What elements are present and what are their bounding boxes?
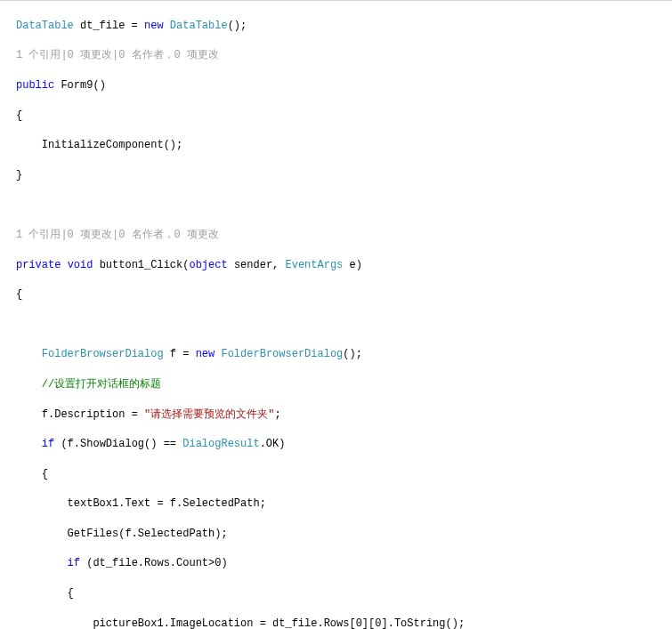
type-token: DataTable — [170, 20, 228, 32]
code-editor[interactable]: DataTable dt_file = new DataTable(); 1 个… — [0, 2, 672, 629]
brace: { — [42, 468, 48, 480]
code-line[interactable]: textBox1.Text = f.SelectedPath; — [16, 496, 672, 512]
type-token: FolderBrowserDialog — [42, 348, 164, 360]
keyword-object: object — [189, 259, 227, 271]
punct: (); — [228, 20, 247, 32]
brace: { — [16, 109, 22, 122]
string-literal: "请选择需要预览的文件夹" — [144, 408, 274, 421]
stmt: InitializeComponent(); — [42, 139, 182, 151]
ident-token: dt_file = — [74, 20, 144, 32]
param: sender, — [228, 259, 286, 271]
stmt: pictureBox1.ImageLocation = dt_file.Rows… — [93, 617, 465, 629]
type-token: FolderBrowserDialog — [221, 348, 343, 360]
code-line[interactable]: private void button1_Click(object sender… — [16, 258, 672, 273]
expr: .OK) — [260, 438, 286, 450]
code-line[interactable]: FolderBrowserDialog f = new FolderBrowse… — [16, 347, 672, 362]
brace: } — [16, 169, 22, 181]
param: e) — [343, 259, 362, 271]
type-token: DataTable — [16, 20, 74, 32]
keyword-new: new — [144, 20, 164, 32]
keyword-public: public — [16, 79, 54, 92]
code-line[interactable]: { — [16, 467, 672, 482]
expr: (f.ShowDialog() == — [54, 438, 182, 450]
type-token: DialogResult — [182, 438, 259, 450]
code-line[interactable]: GetFiles(f.SelectedPath); — [16, 527, 672, 542]
codelens-line[interactable]: 1 个引用|0 项更改|0 名作者，0 项更改 — [16, 228, 672, 243]
code-line[interactable]: DataTable dt_file = new DataTable(); — [16, 19, 672, 34]
keyword-private: private — [16, 259, 61, 271]
code-line[interactable]: f.Description = "请选择需要预览的文件夹"; — [16, 407, 672, 423]
code-line[interactable]: { — [16, 586, 672, 601]
keyword-if: if — [68, 557, 80, 569]
codelens-text: 1 个引用|0 项更改|0 名作者，0 项更改 — [16, 229, 219, 241]
code-line[interactable]: pictureBox1.ImageLocation = dt_file.Rows… — [16, 617, 672, 629]
ident-token: f = — [164, 348, 196, 360]
method-name: Form9() — [54, 79, 106, 92]
keyword-new: new — [196, 348, 215, 360]
brace: { — [16, 288, 22, 301]
stmt: textBox1.Text = f.SelectedPath; — [68, 497, 266, 510]
punct: ; — [274, 408, 280, 421]
codelens-text: 1 个引用|0 项更改|0 名作者，0 项更改 — [16, 49, 219, 61]
stmt: GetFiles(f.SelectedPath); — [68, 528, 228, 540]
code-line[interactable]: { — [16, 109, 672, 124]
punct: (); — [343, 348, 362, 360]
ident-token: f.Description = — [42, 408, 144, 421]
type-token: EventArgs — [286, 259, 344, 271]
method-name: button1_Click( — [93, 259, 189, 271]
brace: { — [68, 587, 74, 600]
expr: (dt_file.Rows.Count>0) — [80, 557, 228, 569]
codelens-line[interactable]: 1 个引用|0 项更改|0 名作者，0 项更改 — [16, 48, 672, 63]
code-line[interactable]: { — [16, 287, 672, 302]
blank-line[interactable] — [16, 318, 672, 333]
code-line[interactable]: } — [16, 168, 672, 183]
code-line[interactable]: InitializeComponent(); — [16, 138, 672, 153]
code-line[interactable]: if (dt_file.Rows.Count>0) — [16, 556, 672, 571]
keyword-if: if — [42, 438, 54, 450]
blank-line[interactable] — [16, 198, 672, 213]
code-line[interactable]: public Form9() — [16, 78, 672, 93]
keyword-void: void — [68, 259, 93, 271]
comment-text: //设置打开对话框的标题 — [42, 378, 161, 391]
code-line[interactable]: if (f.ShowDialog() == DialogResult.OK) — [16, 437, 672, 452]
code-line[interactable]: //设置打开对话框的标题 — [16, 377, 672, 392]
